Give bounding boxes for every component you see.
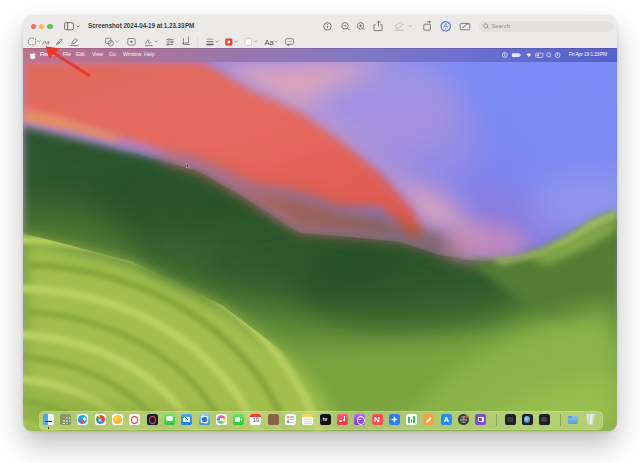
svg-text:Aa: Aa — [265, 38, 275, 47]
